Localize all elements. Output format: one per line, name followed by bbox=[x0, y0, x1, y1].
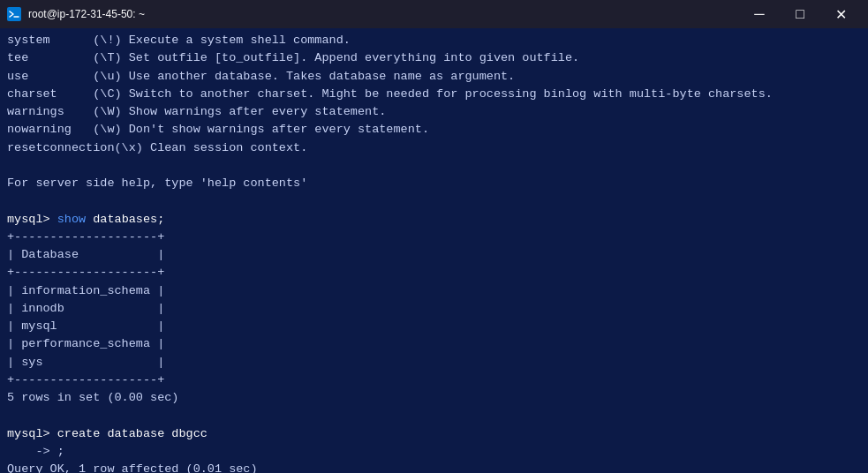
terminal-window: root@ip-172-31-45-50: ~ ─ □ ✕ system (\!… bbox=[0, 0, 868, 473]
line-8 bbox=[7, 157, 861, 175]
line-9: For server side help, type 'help content… bbox=[7, 175, 861, 192]
line-10 bbox=[7, 192, 861, 210]
maximize-button[interactable]: □ bbox=[780, 0, 820, 28]
line-14: +--------------------+ bbox=[7, 264, 861, 282]
window-controls: ─ □ ✕ bbox=[739, 0, 861, 28]
window-title: root@ip-172-31-45-50: ~ bbox=[28, 8, 145, 20]
line-20: +--------------------+ bbox=[7, 372, 861, 389]
line-3: use (\u) Use another database. Takes dat… bbox=[7, 68, 861, 86]
title-bar-left: root@ip-172-31-45-50: ~ bbox=[7, 7, 145, 21]
line-1: system (\!) Execute a system shell comma… bbox=[7, 32, 861, 49]
line-6: nowarning (\w) Don't show warnings after… bbox=[7, 121, 861, 139]
minimize-button[interactable]: ─ bbox=[739, 0, 780, 28]
close-button[interactable]: ✕ bbox=[820, 0, 861, 28]
line-12: +--------------------+ bbox=[7, 229, 861, 246]
line-21: 5 rows in set (0.00 sec) bbox=[7, 389, 861, 407]
line-16: | innodb | bbox=[7, 300, 861, 318]
line-5: warnings (\W) Show warnings after every … bbox=[7, 103, 861, 121]
terminal-icon bbox=[7, 7, 21, 21]
line-2: tee (\T) Set outfile [to_outfile]. Appen… bbox=[7, 49, 861, 67]
line-18: | performance_schema | bbox=[7, 335, 861, 353]
line-22 bbox=[7, 407, 861, 424]
line-7: resetconnection(\x) Clean session contex… bbox=[7, 139, 861, 157]
line-13: | Database | bbox=[7, 246, 861, 264]
line-19: | sys | bbox=[7, 354, 861, 372]
line-25: Query OK, 1 row affected (0.01 sec) bbox=[7, 461, 861, 473]
terminal-body[interactable]: system (\!) Execute a system shell comma… bbox=[0, 28, 868, 473]
svg-rect-0 bbox=[7, 7, 21, 21]
line-24: -> ; bbox=[7, 443, 861, 461]
title-bar: root@ip-172-31-45-50: ~ ─ □ ✕ bbox=[0, 0, 868, 28]
line-15: | information_schema | bbox=[7, 282, 861, 300]
line-11: mysql> show databases; bbox=[7, 211, 861, 229]
line-4: charset (\C) Switch to another charset. … bbox=[7, 86, 861, 103]
line-23: mysql> create database dbgcc bbox=[7, 425, 861, 443]
line-17: | mysql | bbox=[7, 318, 861, 335]
